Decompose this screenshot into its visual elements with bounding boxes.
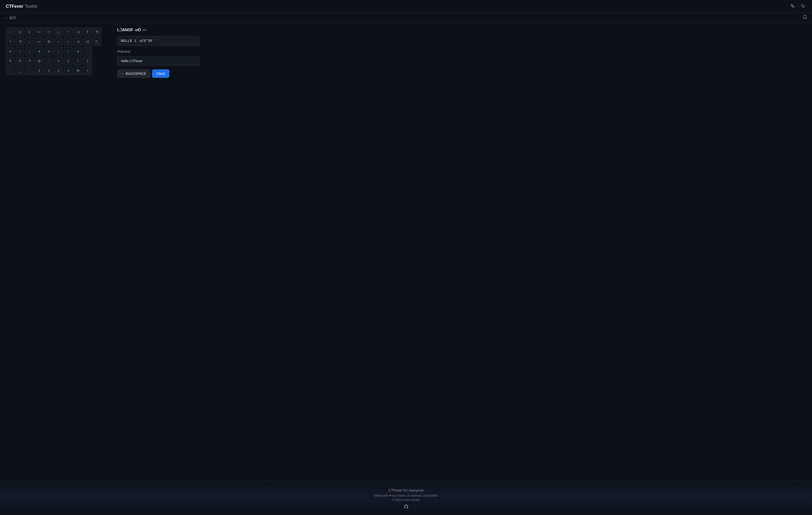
footer-made: Made with ♥ by Uniem, in memory of BoxMo…	[5, 494, 807, 497]
cipher-title: LƆANOF ᴞO	[117, 28, 141, 32]
app-brand: CTFever	[6, 4, 23, 9]
key-btn[interactable]: ¬	[64, 28, 72, 36]
key-btn[interactable]: ∪	[45, 47, 53, 56]
key-btn[interactable]: +	[83, 66, 92, 75]
key-btn[interactable]: ·	[25, 66, 34, 75]
key-btn[interactable]: }	[45, 66, 53, 75]
backspace-label: ← BACKSPACE	[121, 72, 146, 75]
app-header: CTFever Toolkit	[0, 0, 812, 13]
key-btn[interactable]: └|	[16, 37, 24, 46]
key-btn[interactable]: ·	[6, 66, 14, 75]
translate-button[interactable]	[789, 2, 796, 10]
footer-content: CTFever for everyone Made with ♥ by Unie…	[5, 488, 807, 510]
github-icon	[404, 504, 409, 510]
key-btn[interactable]: ∿	[64, 66, 72, 75]
key-btn[interactable]: :	[83, 47, 92, 56]
back-arrow-icon: ←	[5, 16, 8, 20]
app-subtitle: Toolkit	[25, 4, 37, 9]
key-btn[interactable]: ∨	[6, 47, 14, 56]
key-btn[interactable]: ⠿	[6, 57, 14, 65]
key-btn[interactable]: ]	[83, 57, 92, 65]
back-label: 返回	[9, 16, 16, 20]
key-btn[interactable]: ∧	[74, 47, 82, 56]
key-btn[interactable]: ∧	[35, 47, 44, 56]
key-btn[interactable]: L	[25, 28, 34, 36]
key-btn[interactable]: ⌐⌐	[35, 28, 44, 36]
key-btn[interactable]: ⌐|	[74, 37, 82, 46]
bookmark-icon	[803, 16, 807, 20]
back-button[interactable]: ← 返回	[5, 16, 16, 20]
github-link[interactable]	[404, 504, 409, 510]
key-btn[interactable]: ?	[25, 57, 34, 65]
key-btn[interactable]: L|	[83, 37, 92, 46]
key-btn[interactable]: ⌐_	[54, 28, 63, 36]
key-btn[interactable]: └	[6, 37, 14, 46]
key-btn[interactable]: :	[45, 57, 53, 65]
key-btn[interactable]: ⌐	[64, 37, 72, 46]
cipher-output-text: NOLLE L ᴞCO^OF	[121, 39, 153, 42]
keyboard-area: ⌐ ⌐| L ⌐⌐ □ ⌐_ ¬ ⌐| Γ Γ| └ └| ⌞ ⌐⌐ ⊡ ⌐ ⌐…	[6, 28, 108, 75]
heart-icon: ♥	[389, 494, 392, 497]
key-btn[interactable]: ›	[54, 47, 63, 56]
cipher-output: NOLLE L ᴞCO^OF	[117, 36, 200, 46]
header-actions	[789, 2, 806, 10]
footer-made-by2: by Uniem, in memory of BoxMoe	[392, 494, 438, 497]
key-btn[interactable]: ⌐|	[74, 28, 82, 36]
key-btn[interactable]: ⊡	[45, 37, 53, 46]
key-btn[interactable]: ⊡	[35, 57, 44, 65]
key-btn[interactable]: %	[74, 66, 82, 75]
key-btn[interactable]: =	[54, 57, 63, 65]
spacer	[0, 282, 812, 481]
key-btn[interactable]: ⌐|	[16, 28, 24, 36]
key-btn[interactable]: Γ	[83, 28, 92, 36]
footer-copyright: © 2022 Uniem Studio	[5, 498, 807, 502]
key-btn[interactable]: ⌐	[6, 28, 14, 36]
key-btn[interactable]: □	[45, 28, 53, 36]
key-btn[interactable]: ›	[16, 47, 24, 56]
footer-title: CTFever for everyone	[5, 488, 807, 492]
cipher-arrows: >>	[142, 28, 146, 32]
keyboard-grid: ⌐ ⌐| L ⌐⌐ □ ⌐_ ¬ ⌐| Γ Γ| └ └| ⌞ ⌐⌐ ⊡ ⌐ ⌐…	[6, 28, 108, 75]
clean-button[interactable]: Clean	[152, 69, 169, 78]
key-btn[interactable]: ‹	[25, 47, 34, 56]
key-btn[interactable]: [	[64, 57, 72, 65]
bookmark-button[interactable]	[803, 15, 807, 21]
moon-icon	[801, 4, 805, 9]
nav-bar: ← 返回	[0, 13, 812, 23]
key-btn[interactable]: ⠿	[16, 57, 24, 65]
backspace-button[interactable]: ← BACKSPACE	[117, 69, 150, 78]
footer-made-by: Made with	[374, 494, 388, 497]
key-btn[interactable]: Γ_	[93, 37, 102, 46]
key-btn[interactable]: ⌐	[54, 37, 63, 46]
translate-icon	[790, 3, 795, 9]
main-content: ⌐ ⌐| L ⌐⌐ □ ⌐_ ¬ ⌐| Γ Γ| └ └| ⌞ ⌐⌐ ⊡ ⌐ ⌐…	[0, 23, 812, 282]
key-btn[interactable]: Γ|	[93, 28, 102, 36]
app-footer: CTFever for everyone Made with ♥ by Unie…	[0, 481, 812, 515]
key-btn[interactable]: \	[74, 57, 82, 65]
plaintext-label: Plaintext	[117, 50, 200, 54]
key-btn[interactable]: ⌐⌐	[35, 37, 44, 46]
key-btn[interactable]: ‹	[64, 47, 72, 56]
app-logo: CTFever Toolkit	[6, 4, 37, 9]
right-panel: LƆANOF ᴞO >> NOLLE L ᴞCO^OF Plaintext ← …	[117, 28, 200, 78]
cipher-header: LƆANOF ᴞO >>	[117, 28, 200, 32]
clean-label: Clean	[156, 72, 165, 75]
key-btn[interactable]: _	[16, 66, 24, 75]
key-btn[interactable]: {	[35, 66, 44, 75]
key-btn[interactable]: |	[54, 66, 63, 75]
theme-toggle-button[interactable]	[800, 3, 806, 10]
action-buttons: ← BACKSPACE Clean	[117, 69, 200, 78]
plaintext-input[interactable]	[117, 56, 200, 66]
key-btn[interactable]: ⌞	[25, 37, 34, 46]
